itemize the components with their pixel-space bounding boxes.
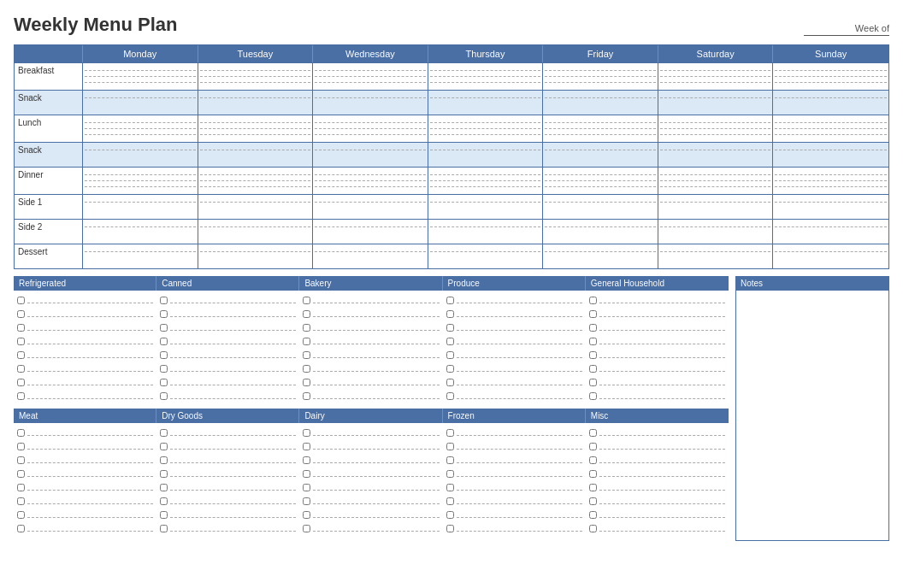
shopping-checkbox[interactable] (160, 365, 168, 373)
shopping-checkbox[interactable] (589, 470, 597, 478)
meal-cell-0-0[interactable] (83, 63, 198, 90)
shopping-checkbox[interactable] (446, 379, 454, 386)
shopping-checkbox[interactable] (589, 392, 597, 400)
shopping-checkbox[interactable] (160, 351, 168, 359)
meal-cell-4-4[interactable] (543, 168, 658, 194)
shopping-checkbox[interactable] (160, 392, 168, 400)
shopping-checkbox[interactable] (589, 338, 597, 345)
meal-cell-1-6[interactable] (773, 91, 888, 115)
shopping-checkbox[interactable] (17, 310, 25, 318)
shopping-checkbox[interactable] (303, 511, 310, 519)
meal-cell-6-3[interactable] (428, 220, 544, 244)
meal-cell-0-5[interactable] (658, 63, 774, 90)
shopping-checkbox[interactable] (17, 351, 25, 359)
shopping-checkbox[interactable] (17, 470, 25, 478)
meal-cell-0-4[interactable] (543, 63, 658, 90)
meal-cell-2-5[interactable] (658, 115, 774, 142)
meal-cell-1-1[interactable] (198, 91, 314, 115)
meal-cell-3-5[interactable] (658, 143, 774, 167)
meal-cell-7-3[interactable] (428, 244, 544, 268)
shopping-checkbox[interactable] (303, 456, 310, 464)
meal-cell-4-1[interactable] (198, 168, 314, 194)
shopping-checkbox[interactable] (17, 365, 25, 373)
meal-cell-4-6[interactable] (773, 168, 888, 194)
meal-cell-7-2[interactable] (313, 244, 428, 268)
meal-cell-0-2[interactable] (313, 63, 428, 90)
meal-cell-1-5[interactable] (658, 91, 774, 115)
meal-cell-1-2[interactable] (313, 91, 428, 115)
shopping-checkbox[interactable] (303, 351, 310, 359)
meal-cell-6-0[interactable] (83, 220, 198, 244)
shopping-checkbox[interactable] (303, 497, 310, 505)
shopping-checkbox[interactable] (589, 379, 597, 386)
shopping-checkbox[interactable] (160, 484, 168, 491)
meal-cell-3-2[interactable] (313, 143, 428, 167)
meal-cell-7-0[interactable] (83, 244, 198, 268)
shopping-checkbox[interactable] (17, 497, 25, 505)
shopping-checkbox[interactable] (589, 324, 597, 332)
shopping-checkbox[interactable] (160, 443, 168, 450)
meal-cell-6-1[interactable] (198, 220, 314, 244)
shopping-checkbox[interactable] (446, 392, 454, 400)
shopping-checkbox[interactable] (17, 379, 25, 386)
shopping-checkbox[interactable] (446, 497, 454, 505)
shopping-checkbox[interactable] (303, 310, 310, 318)
meal-cell-2-2[interactable] (313, 115, 428, 142)
shopping-checkbox[interactable] (589, 365, 597, 373)
meal-cell-5-2[interactable] (313, 195, 428, 219)
meal-cell-1-3[interactable] (428, 91, 544, 115)
shopping-checkbox[interactable] (446, 365, 454, 373)
meal-cell-4-5[interactable] (658, 168, 774, 194)
meal-cell-7-6[interactable] (773, 244, 888, 268)
shopping-checkbox[interactable] (17, 338, 25, 345)
shopping-checkbox[interactable] (446, 511, 454, 519)
shopping-checkbox[interactable] (303, 470, 310, 478)
shopping-checkbox[interactable] (446, 470, 454, 478)
shopping-checkbox[interactable] (589, 310, 597, 318)
meal-cell-5-6[interactable] (773, 195, 888, 219)
shopping-checkbox[interactable] (446, 525, 454, 532)
shopping-checkbox[interactable] (446, 351, 454, 359)
meal-cell-1-4[interactable] (543, 91, 658, 115)
meal-cell-3-6[interactable] (773, 143, 888, 167)
shopping-checkbox[interactable] (160, 338, 168, 345)
shopping-checkbox[interactable] (303, 443, 310, 450)
meal-cell-4-0[interactable] (83, 168, 198, 194)
shopping-checkbox[interactable] (589, 297, 597, 304)
shopping-checkbox[interactable] (160, 456, 168, 464)
meal-cell-3-3[interactable] (428, 143, 544, 167)
shopping-checkbox[interactable] (160, 497, 168, 505)
shopping-checkbox[interactable] (303, 484, 310, 491)
shopping-checkbox[interactable] (446, 297, 454, 304)
meal-cell-5-5[interactable] (658, 195, 774, 219)
meal-cell-6-2[interactable] (313, 220, 428, 244)
shopping-checkbox[interactable] (17, 456, 25, 464)
meal-cell-1-0[interactable] (83, 91, 198, 115)
shopping-checkbox[interactable] (17, 392, 25, 400)
notes-body[interactable] (735, 291, 889, 541)
meal-cell-7-4[interactable] (543, 244, 658, 268)
meal-cell-0-3[interactable] (428, 63, 544, 90)
shopping-checkbox[interactable] (17, 484, 25, 491)
meal-cell-6-4[interactable] (543, 220, 658, 244)
meal-cell-0-1[interactable] (198, 63, 314, 90)
meal-cell-4-3[interactable] (428, 168, 544, 194)
meal-cell-5-1[interactable] (198, 195, 314, 219)
shopping-checkbox[interactable] (589, 351, 597, 359)
meal-cell-2-0[interactable] (83, 115, 198, 142)
shopping-checkbox[interactable] (446, 324, 454, 332)
meal-cell-5-0[interactable] (83, 195, 198, 219)
shopping-checkbox[interactable] (160, 297, 168, 304)
shopping-checkbox[interactable] (303, 429, 310, 437)
shopping-checkbox[interactable] (446, 429, 454, 437)
shopping-checkbox[interactable] (160, 525, 168, 532)
shopping-checkbox[interactable] (160, 310, 168, 318)
shopping-checkbox[interactable] (589, 511, 597, 519)
meal-cell-3-0[interactable] (83, 143, 198, 167)
shopping-checkbox[interactable] (589, 484, 597, 491)
meal-cell-6-6[interactable] (773, 220, 888, 244)
meal-cell-2-3[interactable] (428, 115, 544, 142)
shopping-checkbox[interactable] (303, 324, 310, 332)
shopping-checkbox[interactable] (303, 379, 310, 386)
shopping-checkbox[interactable] (17, 297, 25, 304)
